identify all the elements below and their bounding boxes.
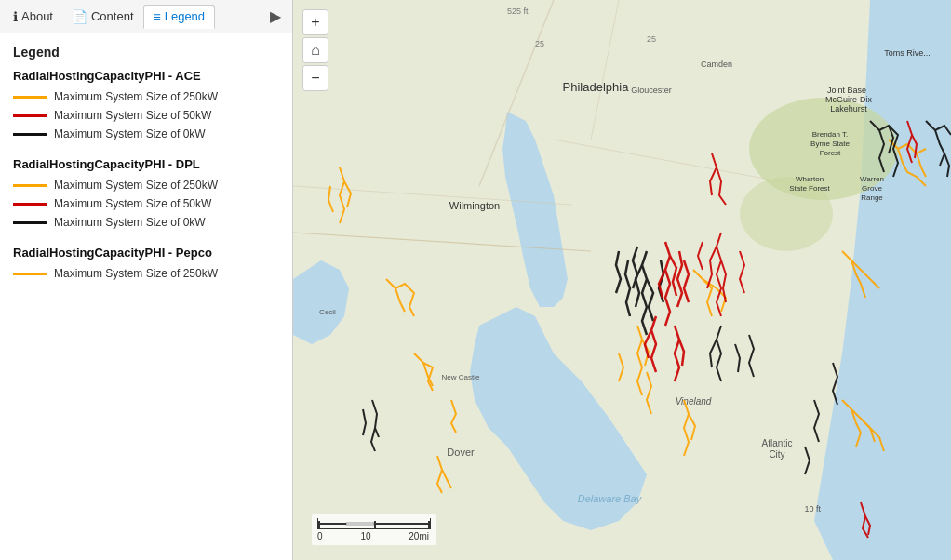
list-item: Maximum System Size of 50kW [13,197,279,210]
list-item: Maximum System Size of 250kW [13,179,279,192]
list-item: Maximum System Size of 250kW [13,90,279,103]
svg-rect-42 [428,521,430,528]
scale-label-20: 20mi [409,531,429,541]
svg-text:State Forest: State Forest [789,184,830,193]
dpl-0kw-label: Maximum System Size of 0kW [54,216,206,229]
zoom-out-button[interactable]: − [302,65,328,91]
tab-legend[interactable]: ≡ Legend [143,5,216,29]
tab-content[interactable]: 📄 Content [62,6,143,28]
svg-text:Byrne State: Byrne State [810,140,850,148]
map-controls: + ⌂ − [302,9,328,91]
legend-section-ace-title: RadialHostingCapacityPHI - ACE [13,69,279,83]
map-area[interactable]: + ⌂ − Philadelphia Wilmington Vineland A… [293,0,951,560]
zoom-in-button[interactable]: + [302,9,328,35]
svg-text:Dover: Dover [447,447,475,458]
svg-text:Wilmington: Wilmington [449,200,500,211]
svg-text:Forest: Forest [820,149,841,157]
dpl-0kw-line [13,221,47,224]
scale-label-10: 10 [360,531,370,541]
ace-50kw-line [13,114,47,117]
ace-0kw-line [13,133,47,136]
svg-text:Atlantic: Atlantic [762,438,793,448]
svg-text:Camden: Camden [701,60,732,69]
svg-text:525 ft: 525 ft [507,7,529,16]
legend-section-pepco: RadialHostingCapacityPHI - Pepco Maximum… [13,246,279,280]
tab-about[interactable]: ℹ About [4,6,62,28]
list-item: Maximum System Size of 0kW [13,216,279,229]
content-icon: 📄 [72,9,87,24]
tab-bar: ℹ About 📄 Content ≡ Legend ▶ [0,0,292,33]
ace-50kw-label: Maximum System Size of 50kW [54,109,211,122]
ace-250kw-label: Maximum System Size of 250kW [54,90,218,103]
list-item: Maximum System Size of 0kW [13,127,279,140]
svg-rect-45 [374,523,428,525]
svg-text:Delaware Bay: Delaware Bay [578,493,643,504]
svg-rect-43 [320,523,346,525]
dpl-250kw-label: Maximum System Size of 250kW [54,179,218,192]
svg-text:Gloucester: Gloucester [631,86,672,95]
svg-text:Grove: Grove [862,184,882,193]
dpl-50kw-label: Maximum System Size of 50kW [54,197,211,210]
home-button[interactable]: ⌂ [302,37,328,63]
map-elevation-label: 10 ft [804,504,821,513]
svg-text:Joint Base: Joint Base [827,86,866,95]
pepco-250kw-line [13,273,47,275]
list-item: Maximum System Size of 50kW [13,109,279,122]
svg-text:Philadelphia: Philadelphia [563,80,630,94]
svg-text:Warren: Warren [860,175,884,183]
legend-section-dpl: RadialHostingCapacityPHI - DPL Maximum S… [13,157,279,229]
svg-text:Brendan T.: Brendan T. [812,130,849,139]
left-panel: ℹ About 📄 Content ≡ Legend ▶ Legend Radi… [0,0,293,560]
pepco-250kw-label: Maximum System Size of 250kW [54,267,218,280]
ace-0kw-label: Maximum System Size of 0kW [54,127,206,140]
legend-title: Legend [13,45,279,60]
svg-text:25: 25 [647,34,656,44]
svg-text:Vineland: Vineland [676,396,712,407]
svg-text:Wharton: Wharton [796,175,824,183]
svg-text:Lakehurst: Lakehurst [830,104,867,113]
dpl-250kw-line [13,184,47,187]
dpl-50kw-line [13,203,47,206]
collapse-button[interactable]: ▶ [262,4,288,29]
legend-icon: ≡ [154,9,161,24]
svg-text:City: City [769,449,784,460]
scale-label-0: 0 [317,531,323,541]
svg-rect-44 [346,523,374,525]
legend-panel: Legend RadialHostingCapacityPHI - ACE Ma… [0,33,292,308]
list-item: Maximum System Size of 250kW [13,267,279,280]
svg-text:Cecil: Cecil [319,308,336,316]
svg-text:Toms Rive...: Toms Rive... [884,48,931,58]
svg-text:McGuire-Dix: McGuire-Dix [825,95,873,104]
svg-text:New Castle: New Castle [442,373,480,381]
legend-section-pepco-title: RadialHostingCapacityPHI - Pepco [13,246,279,260]
svg-rect-40 [318,521,320,528]
legend-section-ace: RadialHostingCapacityPHI - ACE Maximum S… [13,69,279,140]
legend-section-dpl-title: RadialHostingCapacityPHI - DPL [13,157,279,171]
svg-text:Range: Range [861,193,883,202]
map-svg: Philadelphia Wilmington Vineland Atlanti… [293,0,951,560]
ace-250kw-line [13,96,47,99]
scale-bar: 0 10 20mi [312,514,436,545]
info-icon: ℹ [13,9,18,24]
svg-text:25: 25 [535,39,544,48]
